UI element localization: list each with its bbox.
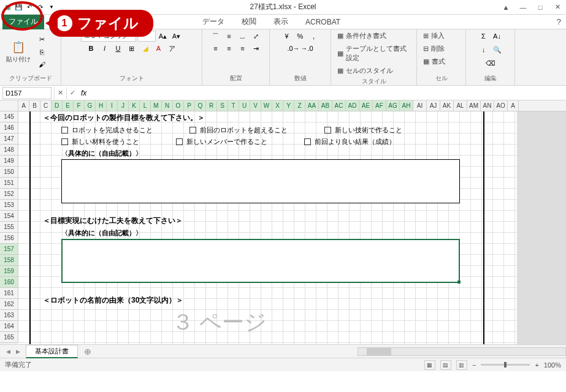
- format-as-table-button[interactable]: ▦テーブルとして書式設定: [335, 43, 413, 63]
- column-header[interactable]: AL: [454, 100, 467, 111]
- column-header[interactable]: AC: [332, 100, 346, 111]
- column-header[interactable]: AK: [440, 100, 454, 111]
- row-header[interactable]: 148: [0, 145, 18, 156]
- acrobat-tab[interactable]: ACROBAT: [297, 15, 349, 29]
- phonetic-icon[interactable]: ア: [166, 43, 178, 54]
- data-tab[interactable]: データ: [194, 14, 233, 29]
- align-left-icon[interactable]: ≡: [210, 43, 222, 54]
- row-header[interactable]: 158: [0, 255, 18, 266]
- redo-icon[interactable]: ↷: [36, 2, 45, 12]
- column-header[interactable]: T: [228, 100, 239, 111]
- formula-bar[interactable]: [89, 87, 566, 99]
- underline-button[interactable]: U: [112, 43, 124, 54]
- row-header[interactable]: 145: [0, 111, 18, 123]
- column-header[interactable]: M: [151, 100, 162, 111]
- row-header[interactable]: 150: [0, 167, 18, 178]
- column-header[interactable]: AE: [359, 100, 373, 111]
- detail-textbox-2-selected[interactable]: [61, 239, 460, 283]
- sheet-tab[interactable]: 基本設計書: [26, 345, 78, 358]
- column-header[interactable]: C: [40, 100, 52, 111]
- column-header[interactable]: AA: [305, 100, 319, 111]
- row-header[interactable]: 149: [0, 156, 18, 167]
- column-header[interactable]: I: [107, 100, 118, 111]
- increase-font-icon[interactable]: A▴: [157, 31, 169, 42]
- help-icon[interactable]: ?: [557, 17, 561, 26]
- column-header[interactable]: H: [96, 100, 107, 111]
- format-painter-icon[interactable]: 🖌: [36, 59, 48, 70]
- detail-textbox-1[interactable]: [61, 159, 460, 203]
- spreadsheet-grid[interactable]: ＜今回のロボットの製作目標を教えて下さい。＞ ロボットを完成させること 前回のロ…: [18, 111, 566, 344]
- checkbox-material[interactable]: 新しい材料を使うこと: [61, 137, 139, 146]
- page-layout-view-icon[interactable]: ▤: [440, 360, 451, 370]
- checkbox-newtech[interactable]: 新しい技術で作ること: [324, 126, 402, 135]
- column-header[interactable]: B: [29, 100, 40, 111]
- row-header[interactable]: 151: [0, 178, 18, 189]
- find-icon[interactable]: 🔍: [491, 44, 503, 55]
- row-header[interactable]: 152: [0, 189, 18, 200]
- zoom-out-button[interactable]: −: [472, 361, 476, 369]
- enter-formula-icon[interactable]: ✓: [66, 87, 78, 99]
- column-header[interactable]: AF: [373, 100, 386, 111]
- qat-dropdown-icon[interactable]: ▼: [47, 2, 56, 12]
- name-box[interactable]: [2, 87, 52, 99]
- fill-color-icon[interactable]: ◢: [139, 43, 151, 54]
- sort-icon[interactable]: A↓: [491, 31, 503, 42]
- column-header[interactable]: V: [250, 100, 261, 111]
- row-header[interactable]: 155: [0, 222, 18, 233]
- column-header[interactable]: A: [508, 100, 519, 111]
- delete-button[interactable]: ⊟削除: [421, 43, 447, 54]
- row-header[interactable]: 161: [0, 288, 18, 299]
- decrease-decimal-icon[interactable]: →.0: [301, 43, 313, 54]
- font-color-icon[interactable]: A: [153, 43, 165, 54]
- column-header[interactable]: X: [272, 100, 283, 111]
- column-header[interactable]: O: [173, 100, 184, 111]
- row-header[interactable]: 153: [0, 200, 18, 211]
- page-break-view-icon[interactable]: ▥: [456, 360, 467, 370]
- insert-button[interactable]: ⊞挿入: [421, 31, 447, 41]
- comma-icon[interactable]: ,: [308, 31, 320, 42]
- column-header[interactable]: L: [140, 100, 151, 111]
- paste-button[interactable]: 📋 貼り付け: [4, 39, 33, 65]
- ribbon-options-icon[interactable]: ▲: [500, 2, 512, 12]
- column-header[interactable]: A: [18, 100, 29, 111]
- clear-icon[interactable]: ⌫: [484, 58, 497, 69]
- checkbox-member[interactable]: 新しいメンバーで作ること: [176, 137, 267, 146]
- copy-icon[interactable]: ⎘: [36, 47, 48, 58]
- column-header[interactable]: AD: [346, 100, 359, 111]
- cell-styles-button[interactable]: ▦セルのスタイル: [335, 66, 396, 76]
- column-header[interactable]: Y: [283, 100, 294, 111]
- tab-nav-prev-icon[interactable]: ◀: [4, 347, 12, 356]
- maximize-icon[interactable]: □: [534, 2, 546, 12]
- italic-button[interactable]: I: [99, 43, 111, 54]
- align-center-icon[interactable]: ≡: [223, 43, 235, 54]
- format-button[interactable]: ▦書式: [421, 56, 448, 67]
- undo-icon[interactable]: ↶: [25, 2, 34, 12]
- align-right-icon[interactable]: ≡: [237, 43, 249, 54]
- fx-icon[interactable]: fx: [78, 89, 89, 97]
- row-header[interactable]: 156: [0, 233, 18, 244]
- increase-decimal-icon[interactable]: .0→: [288, 43, 300, 54]
- indent-icon[interactable]: ⇥: [250, 43, 262, 54]
- minimize-icon[interactable]: —: [517, 2, 529, 12]
- conditional-format-button[interactable]: ▦条件付き書式: [335, 31, 389, 41]
- zoom-in-button[interactable]: +: [535, 361, 538, 369]
- column-header[interactable]: N: [162, 100, 173, 111]
- horizontal-scrollbar[interactable]: [358, 347, 566, 356]
- column-header[interactable]: W: [261, 100, 272, 111]
- review-tab[interactable]: 校閲: [233, 14, 265, 29]
- align-bottom-icon[interactable]: ⎵: [237, 31, 249, 42]
- save-icon[interactable]: 💾: [13, 2, 23, 12]
- row-header[interactable]: 160: [0, 277, 18, 288]
- align-middle-icon[interactable]: ≡: [223, 31, 235, 42]
- cut-icon[interactable]: ✂: [36, 34, 48, 45]
- column-header[interactable]: AG: [386, 100, 400, 111]
- row-header[interactable]: 159: [0, 266, 18, 277]
- column-header[interactable]: Z: [294, 100, 305, 111]
- column-header[interactable]: AI: [413, 100, 427, 111]
- column-header[interactable]: G: [85, 100, 96, 111]
- column-header[interactable]: U: [239, 100, 250, 111]
- column-header[interactable]: Q: [195, 100, 206, 111]
- currency-icon[interactable]: ¥: [281, 31, 293, 42]
- bold-button[interactable]: B: [85, 43, 98, 54]
- zoom-slider[interactable]: [481, 364, 530, 366]
